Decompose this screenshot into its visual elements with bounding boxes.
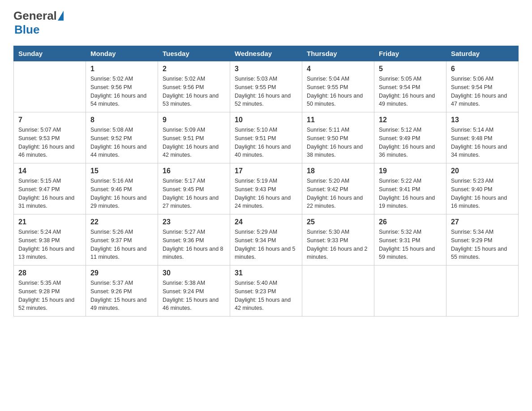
day-number: 13 (451, 116, 514, 124)
day-number: 11 (307, 116, 369, 124)
calendar-cell: 19Sunrise: 5:22 AMSunset: 9:41 PMDayligh… (374, 163, 446, 214)
day-info: Sunrise: 5:15 AMSunset: 9:47 PMDaylight:… (18, 177, 81, 210)
day-number: 1 (90, 65, 153, 73)
day-info: Sunrise: 5:32 AMSunset: 9:31 PMDaylight:… (379, 228, 442, 261)
day-info: Sunrise: 5:27 AMSunset: 9:36 PMDaylight:… (163, 228, 225, 261)
day-info: Sunrise: 5:20 AMSunset: 9:42 PMDaylight:… (307, 177, 369, 210)
calendar-cell: 14Sunrise: 5:15 AMSunset: 9:47 PMDayligh… (14, 163, 86, 214)
calendar-cell: 4Sunrise: 5:04 AMSunset: 9:55 PMDaylight… (302, 61, 374, 112)
calendar-cell: 24Sunrise: 5:29 AMSunset: 9:34 PMDayligh… (230, 214, 302, 265)
calendar-cell (14, 61, 86, 112)
calendar-cell: 16Sunrise: 5:17 AMSunset: 9:45 PMDayligh… (158, 163, 230, 214)
calendar-cell: 29Sunrise: 5:37 AMSunset: 9:26 PMDayligh… (86, 265, 158, 317)
day-info: Sunrise: 5:37 AMSunset: 9:26 PMDaylight:… (90, 279, 153, 313)
day-info: Sunrise: 5:16 AMSunset: 9:46 PMDaylight:… (90, 177, 153, 210)
day-number: 19 (379, 167, 442, 175)
day-info: Sunrise: 5:10 AMSunset: 9:51 PMDaylight:… (235, 126, 297, 159)
day-info: Sunrise: 5:02 AMSunset: 9:56 PMDaylight:… (90, 75, 153, 108)
day-info: Sunrise: 5:11 AMSunset: 9:50 PMDaylight:… (307, 126, 369, 159)
calendar-cell: 11Sunrise: 5:11 AMSunset: 9:50 PMDayligh… (302, 112, 374, 163)
day-info: Sunrise: 5:06 AMSunset: 9:54 PMDaylight:… (451, 75, 514, 108)
day-info: Sunrise: 5:24 AMSunset: 9:38 PMDaylight:… (18, 228, 81, 261)
day-number: 26 (379, 218, 442, 226)
calendar-cell: 12Sunrise: 5:12 AMSunset: 9:49 PMDayligh… (374, 112, 446, 163)
calendar-cell: 1Sunrise: 5:02 AMSunset: 9:56 PMDaylight… (86, 61, 158, 112)
calendar-cell: 31Sunrise: 5:40 AMSunset: 9:23 PMDayligh… (230, 265, 302, 317)
day-info: Sunrise: 5:17 AMSunset: 9:45 PMDaylight:… (163, 177, 225, 210)
day-number: 28 (18, 269, 81, 277)
day-info: Sunrise: 5:38 AMSunset: 9:24 PMDaylight:… (163, 279, 225, 313)
logo-triangle-icon (58, 11, 64, 21)
col-header-saturday: Saturday (446, 46, 519, 61)
calendar-cell: 8Sunrise: 5:08 AMSunset: 9:52 PMDaylight… (86, 112, 158, 163)
day-info: Sunrise: 5:29 AMSunset: 9:34 PMDaylight:… (235, 228, 297, 261)
calendar-cell: 21Sunrise: 5:24 AMSunset: 9:38 PMDayligh… (14, 214, 86, 265)
day-number: 10 (235, 116, 297, 124)
day-number: 3 (235, 65, 297, 73)
day-number: 25 (307, 218, 369, 226)
calendar-cell: 10Sunrise: 5:10 AMSunset: 9:51 PMDayligh… (230, 112, 302, 163)
calendar-cell: 25Sunrise: 5:30 AMSunset: 9:33 PMDayligh… (302, 214, 374, 265)
calendar-cell: 6Sunrise: 5:06 AMSunset: 9:54 PMDaylight… (446, 61, 519, 112)
col-header-friday: Friday (374, 46, 446, 61)
day-number: 27 (451, 218, 514, 226)
calendar-cell: 18Sunrise: 5:20 AMSunset: 9:42 PMDayligh… (302, 163, 374, 214)
calendar-header-row: SundayMondayTuesdayWednesdayThursdayFrid… (14, 46, 519, 61)
day-info: Sunrise: 5:26 AMSunset: 9:37 PMDaylight:… (90, 228, 153, 261)
day-number: 7 (18, 116, 81, 124)
calendar-cell: 9Sunrise: 5:09 AMSunset: 9:51 PMDaylight… (158, 112, 230, 163)
day-number: 15 (90, 167, 153, 175)
col-header-wednesday: Wednesday (230, 46, 302, 61)
calendar-table: SundayMondayTuesdayWednesdayThursdayFrid… (13, 46, 519, 317)
day-info: Sunrise: 5:02 AMSunset: 9:56 PMDaylight:… (163, 75, 225, 108)
day-info: Sunrise: 5:22 AMSunset: 9:41 PMDaylight:… (379, 177, 442, 210)
logo: General Blue (13, 9, 64, 37)
calendar-cell (446, 265, 519, 317)
day-info: Sunrise: 5:34 AMSunset: 9:29 PMDaylight:… (451, 228, 514, 261)
calendar-cell: 26Sunrise: 5:32 AMSunset: 9:31 PMDayligh… (374, 214, 446, 265)
day-info: Sunrise: 5:03 AMSunset: 9:55 PMDaylight:… (235, 75, 297, 108)
day-info: Sunrise: 5:04 AMSunset: 9:55 PMDaylight:… (307, 75, 369, 108)
logo-general-text: General (13, 9, 57, 23)
calendar-cell: 22Sunrise: 5:26 AMSunset: 9:37 PMDayligh… (86, 214, 158, 265)
day-number: 4 (307, 65, 369, 73)
calendar-cell: 27Sunrise: 5:34 AMSunset: 9:29 PMDayligh… (446, 214, 519, 265)
day-number: 31 (235, 269, 297, 277)
day-info: Sunrise: 5:14 AMSunset: 9:48 PMDaylight:… (451, 126, 514, 159)
day-number: 20 (451, 167, 514, 175)
calendar-cell (374, 265, 446, 317)
day-number: 16 (163, 167, 225, 175)
day-number: 23 (163, 218, 225, 226)
day-info: Sunrise: 5:40 AMSunset: 9:23 PMDaylight:… (235, 279, 297, 313)
page-header: General Blue (13, 9, 519, 37)
col-header-thursday: Thursday (302, 46, 374, 61)
calendar-week-1: 1Sunrise: 5:02 AMSunset: 9:56 PMDaylight… (14, 61, 519, 112)
day-info: Sunrise: 5:05 AMSunset: 9:54 PMDaylight:… (379, 75, 442, 108)
calendar-cell (302, 265, 374, 317)
day-info: Sunrise: 5:35 AMSunset: 9:28 PMDaylight:… (18, 279, 81, 313)
day-number: 22 (90, 218, 153, 226)
day-number: 6 (451, 65, 514, 73)
day-number: 17 (235, 167, 297, 175)
calendar-cell: 15Sunrise: 5:16 AMSunset: 9:46 PMDayligh… (86, 163, 158, 214)
day-info: Sunrise: 5:30 AMSunset: 9:33 PMDaylight:… (307, 228, 369, 261)
calendar-week-3: 14Sunrise: 5:15 AMSunset: 9:47 PMDayligh… (14, 163, 519, 214)
calendar-cell: 28Sunrise: 5:35 AMSunset: 9:28 PMDayligh… (14, 265, 86, 317)
col-header-sunday: Sunday (14, 46, 86, 61)
calendar-week-4: 21Sunrise: 5:24 AMSunset: 9:38 PMDayligh… (14, 214, 519, 265)
calendar-cell: 17Sunrise: 5:19 AMSunset: 9:43 PMDayligh… (230, 163, 302, 214)
day-number: 14 (18, 167, 81, 175)
logo-blue-text: Blue (14, 23, 39, 36)
calendar-cell: 13Sunrise: 5:14 AMSunset: 9:48 PMDayligh… (446, 112, 519, 163)
col-header-monday: Monday (86, 46, 158, 61)
calendar-cell: 7Sunrise: 5:07 AMSunset: 9:53 PMDaylight… (14, 112, 86, 163)
day-number: 29 (90, 269, 153, 277)
day-number: 8 (90, 116, 153, 124)
calendar-cell: 2Sunrise: 5:02 AMSunset: 9:56 PMDaylight… (158, 61, 230, 112)
day-number: 2 (163, 65, 225, 73)
calendar-cell: 30Sunrise: 5:38 AMSunset: 9:24 PMDayligh… (158, 265, 230, 317)
day-info: Sunrise: 5:09 AMSunset: 9:51 PMDaylight:… (163, 126, 225, 159)
day-info: Sunrise: 5:12 AMSunset: 9:49 PMDaylight:… (379, 126, 442, 159)
day-info: Sunrise: 5:08 AMSunset: 9:52 PMDaylight:… (90, 126, 153, 159)
day-info: Sunrise: 5:07 AMSunset: 9:53 PMDaylight:… (18, 126, 81, 159)
